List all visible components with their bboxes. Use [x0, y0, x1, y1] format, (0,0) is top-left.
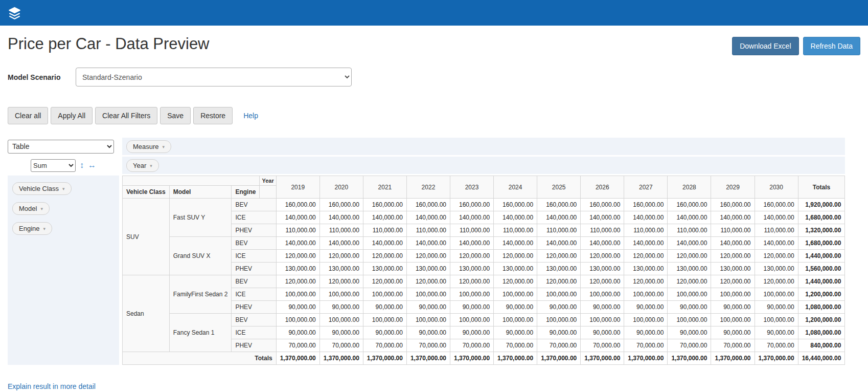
- model-scenario-select[interactable]: Standard-Szenario: [76, 68, 352, 86]
- value-cell: 140,000.00: [668, 211, 711, 224]
- value-cell: 70,000.00: [276, 339, 319, 352]
- value-cell: 100,000.00: [537, 288, 581, 301]
- field-vehicle-class[interactable]: Vehicle Class▾: [12, 182, 72, 195]
- value-cell: 100,000.00: [406, 288, 450, 301]
- engine-row-label: BEV: [232, 275, 276, 288]
- value-cell: 140,000.00: [319, 237, 363, 250]
- row-total-cell: 1,680,000.00: [798, 237, 845, 250]
- row-axis-label: Engine: [232, 186, 260, 199]
- value-cell: 100,000.00: [450, 314, 494, 326]
- value-cell: 90,000.00: [494, 326, 537, 339]
- value-cell: 120,000.00: [755, 250, 798, 263]
- value-cell: 110,000.00: [319, 224, 363, 237]
- value-cell: 100,000.00: [581, 288, 624, 301]
- value-cell: 120,000.00: [711, 250, 755, 263]
- value-cell: 100,000.00: [624, 288, 668, 301]
- field-measure[interactable]: Measure▾: [126, 140, 171, 153]
- value-cell: 130,000.00: [755, 263, 798, 275]
- row-axis-label: Model: [169, 186, 232, 199]
- value-cell: 120,000.00: [319, 250, 363, 263]
- table-row: SedanFamilyFirst Sedan 2BEV120,000.00120…: [123, 275, 845, 288]
- value-cell: 140,000.00: [624, 237, 668, 250]
- aggregator-select[interactable]: Sum: [31, 159, 76, 172]
- title-row: Price per Car - Data Preview Download Ex…: [8, 35, 860, 55]
- value-cell: 120,000.00: [624, 250, 668, 263]
- column-total-cell: 1,370,000.00: [711, 352, 755, 365]
- field-engine[interactable]: Engine▾: [12, 222, 52, 235]
- row-total-cell: 1,200,000.00: [798, 314, 845, 326]
- value-cell: 140,000.00: [276, 211, 319, 224]
- value-cell: 120,000.00: [755, 275, 798, 288]
- value-cell: 100,000.00: [755, 314, 798, 326]
- value-cell: 140,000.00: [711, 211, 755, 224]
- row-order-button[interactable]: ↕: [80, 161, 84, 169]
- value-cell: 70,000.00: [450, 339, 494, 352]
- value-cell: 140,000.00: [581, 211, 624, 224]
- engine-row-label: BEV: [232, 314, 276, 326]
- value-cell: 110,000.00: [537, 224, 581, 237]
- value-cell: 120,000.00: [581, 275, 624, 288]
- value-cell: 130,000.00: [581, 263, 624, 275]
- value-cell: 110,000.00: [668, 224, 711, 237]
- engine-row-label: BEV: [232, 237, 276, 250]
- value-cell: 130,000.00: [711, 263, 755, 275]
- col-order-button[interactable]: ↔: [88, 161, 96, 169]
- value-cell: 100,000.00: [581, 314, 624, 326]
- value-cell: 120,000.00: [363, 250, 406, 263]
- field-dropdown-triangle-icon[interactable]: ▾: [150, 163, 152, 168]
- field-dropdown-triangle-icon[interactable]: ▾: [163, 144, 165, 149]
- corner-blank: [123, 176, 260, 186]
- column-total-cell: 1,370,000.00: [406, 352, 450, 365]
- download-excel-button[interactable]: Download Excel: [732, 37, 798, 55]
- engine-row-label: PHEV: [232, 263, 276, 275]
- year-col-header: 2028: [668, 176, 711, 199]
- value-cell: 160,000.00: [755, 199, 798, 211]
- apply-all-button[interactable]: Apply All: [51, 107, 93, 124]
- explain-link[interactable]: Explain result in more detail: [8, 382, 96, 390]
- field-dropdown-triangle-icon[interactable]: ▾: [62, 186, 65, 191]
- value-cell: 130,000.00: [319, 263, 363, 275]
- value-cell: 90,000.00: [363, 326, 406, 339]
- restore-button[interactable]: Restore: [193, 107, 233, 124]
- year-col-header: 2019: [276, 176, 319, 199]
- field-dropdown-triangle-icon[interactable]: ▾: [40, 206, 43, 211]
- value-cell: 140,000.00: [711, 237, 755, 250]
- value-cell: 100,000.00: [755, 288, 798, 301]
- model-scenario-label: Model Scenario: [8, 73, 76, 81]
- value-cell: 90,000.00: [276, 326, 319, 339]
- value-cell: 100,000.00: [494, 288, 537, 301]
- vehicle-class-row-label: SUV: [123, 199, 170, 275]
- value-cell: 160,000.00: [494, 199, 537, 211]
- clear-all-button[interactable]: Clear all: [8, 107, 48, 124]
- row-fields-container: Vehicle Class▾Model▾Engine▾: [8, 176, 119, 365]
- clear-all-filters-button[interactable]: Clear All Filters: [95, 107, 157, 124]
- value-cell: 140,000.00: [406, 237, 450, 250]
- row-total-cell: 1,680,000.00: [798, 211, 845, 224]
- table-row: SUVFast SUV YBEV160,000.00160,000.00160,…: [123, 199, 845, 211]
- value-cell: 160,000.00: [406, 199, 450, 211]
- blank-header: [260, 186, 276, 199]
- value-cell: 90,000.00: [711, 301, 755, 314]
- unused-fields-container: Measure▾: [122, 138, 845, 155]
- value-cell: 130,000.00: [494, 263, 537, 275]
- layers-logo-icon[interactable]: [8, 6, 21, 20]
- refresh-data-button[interactable]: Refresh Data: [803, 37, 860, 55]
- value-cell: 100,000.00: [450, 288, 494, 301]
- renderer-select[interactable]: Table: [8, 140, 114, 154]
- year-col-header: 2022: [406, 176, 450, 199]
- value-cell: 110,000.00: [624, 224, 668, 237]
- pivot-table-cell: Year201920202021202220232024202520262027…: [122, 176, 845, 365]
- field-label: Model: [19, 205, 37, 212]
- field-model[interactable]: Model▾: [12, 202, 50, 215]
- value-cell: 140,000.00: [406, 211, 450, 224]
- value-cell: 120,000.00: [276, 250, 319, 263]
- column-total-cell: 1,370,000.00: [755, 352, 798, 365]
- save-button[interactable]: Save: [160, 107, 191, 124]
- field-dropdown-triangle-icon[interactable]: ▾: [43, 226, 45, 231]
- help-link[interactable]: Help: [243, 112, 258, 120]
- column-total-cell: 1,370,000.00: [319, 352, 363, 365]
- table-row: Fancy Sedan 1BEV100,000.00100,000.00100,…: [123, 314, 845, 326]
- year-col-header: 2021: [363, 176, 406, 199]
- totals-row: Totals1,370,000.001,370,000.001,370,000.…: [123, 352, 845, 365]
- field-year[interactable]: Year▾: [126, 159, 159, 172]
